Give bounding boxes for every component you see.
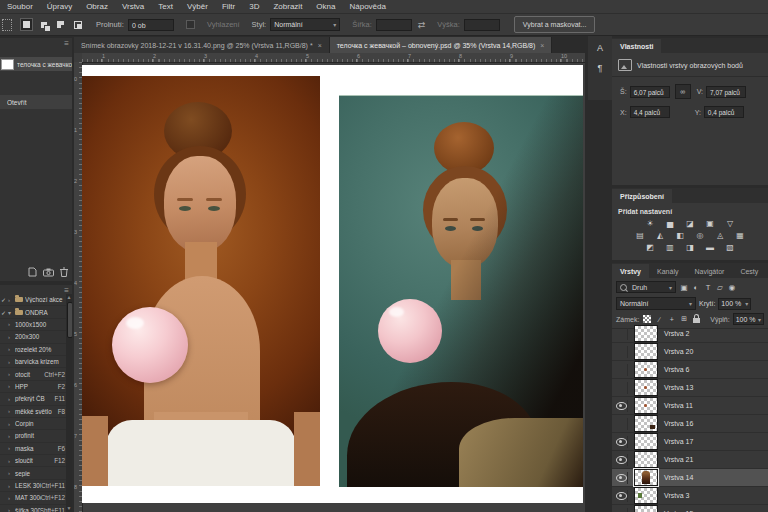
filter-shape-layers-icon[interactable]: ▱ <box>714 281 726 293</box>
layers-panel-tab[interactable]: Kanály <box>649 264 686 278</box>
x-field[interactable]: 4,4 palců <box>630 106 670 118</box>
caret-icon[interactable] <box>8 371 15 377</box>
height-input[interactable] <box>464 19 500 31</box>
action-row[interactable]: překrýt ČB F11 <box>0 393 66 405</box>
scroll-up-icon[interactable]: ▲ <box>66 294 72 301</box>
layers-panel-tab[interactable]: Navigátor <box>686 264 732 278</box>
add-to-selection-icon[interactable] <box>37 18 50 31</box>
layer-thumbnail[interactable] <box>634 469 658 486</box>
layer-row[interactable]: Vrstva 15 <box>612 505 768 512</box>
levels-icon[interactable]: ▅ <box>663 218 677 229</box>
layer-name[interactable]: Vrstva 3 <box>664 492 689 499</box>
document-tab[interactable]: телочка с жевачкой – obnovený.psd @ 35% … <box>330 37 553 53</box>
delete-trash-icon[interactable] <box>60 267 68 277</box>
width-input[interactable] <box>376 19 412 31</box>
caret-icon[interactable] <box>8 421 15 427</box>
caret-icon[interactable] <box>8 483 15 489</box>
action-row[interactable]: sloučit F12 <box>0 455 66 467</box>
gradient-map-icon[interactable]: ▬ <box>703 242 717 253</box>
caret-icon[interactable] <box>8 433 15 439</box>
visibility-toggle[interactable] <box>615 472 628 484</box>
layer-thumbnail[interactable] <box>634 505 658 512</box>
layer-thumbnail[interactable] <box>634 415 658 432</box>
y-field[interactable]: 0,4 palců <box>704 106 744 118</box>
new-snapshot-camera-icon[interactable] <box>43 268 54 277</box>
style-select[interactable]: Normální▾ <box>270 18 340 31</box>
action-row[interactable]: MAT 300dpi Ctrl+F12 <box>0 492 66 504</box>
action-check-icon[interactable] <box>1 296 8 303</box>
height-field[interactable]: 7,07 palců <box>706 86 746 98</box>
layer-row[interactable]: Vrstva 14 <box>612 469 768 487</box>
layers-panel-tab[interactable]: Cesty <box>732 264 766 278</box>
visibility-toggle[interactable] <box>615 418 628 430</box>
history-state-open[interactable]: Otevřít <box>0 95 72 109</box>
layer-kind-filter-select[interactable]: Druh ▾ <box>616 281 676 293</box>
canvas-area[interactable]: 12345678910 012345678 <box>74 53 585 512</box>
layer-row[interactable]: Vrstva 20 <box>612 343 768 361</box>
caret-icon[interactable] <box>8 495 15 501</box>
caret-icon[interactable] <box>8 408 15 414</box>
visibility-toggle[interactable] <box>615 436 628 448</box>
action-row[interactable]: rozelekt 20% <box>0 344 66 356</box>
menu-item[interactable]: Okna <box>309 2 342 11</box>
feather-input[interactable]: 0 ob <box>128 19 174 31</box>
visibility-toggle[interactable] <box>615 346 628 358</box>
caret-icon[interactable] <box>8 359 15 365</box>
layer-thumbnail[interactable] <box>634 397 658 414</box>
visibility-toggle[interactable] <box>615 400 628 412</box>
filter-pixel-layers-icon[interactable]: ▣ <box>678 281 690 293</box>
antialias-checkbox[interactable] <box>186 20 195 29</box>
visibility-toggle[interactable] <box>615 364 628 376</box>
action-row[interactable]: ONDRA <box>0 306 66 318</box>
close-icon[interactable]: × <box>540 42 544 49</box>
width-field[interactable]: 6,07 palců <box>630 86 670 98</box>
filter-smart-objects-icon[interactable]: ◉ <box>726 281 738 293</box>
layer-thumbnail[interactable] <box>634 433 658 450</box>
invert-icon[interactable]: ◩ <box>643 242 657 253</box>
actions-scrollbar[interactable]: ▲ ▼ <box>66 294 72 512</box>
layer-name[interactable]: Vrstva 21 <box>664 456 693 463</box>
action-row[interactable]: LESK 300dpi Ctrl+F11 <box>0 480 66 492</box>
layer-row[interactable]: Vrstva 21 <box>612 451 768 469</box>
menu-item[interactable]: Text <box>151 2 180 11</box>
visibility-toggle[interactable] <box>615 328 628 340</box>
link-dimensions-icon[interactable]: ∞ <box>675 84 691 99</box>
exposure-icon[interactable]: ▣ <box>703 218 717 229</box>
layer-row[interactable]: Vrstva 11 <box>612 397 768 415</box>
layer-row[interactable]: Vrstva 13 <box>612 379 768 397</box>
caret-icon[interactable] <box>8 445 15 451</box>
photo-filter-icon[interactable]: ◎ <box>693 230 707 241</box>
layer-row[interactable]: Vrstva 17 <box>612 433 768 451</box>
tab-properties[interactable]: Vlastnosti <box>612 39 661 53</box>
visibility-toggle[interactable] <box>615 382 628 394</box>
layer-name[interactable]: Vrstva 20 <box>664 348 693 355</box>
layer-thumbnail[interactable] <box>634 361 658 378</box>
color-lookup-icon[interactable]: ▦ <box>733 230 747 241</box>
action-row[interactable]: barvicka krizem <box>0 356 66 368</box>
action-row[interactable]: Výchozí akce <box>0 294 66 306</box>
subtract-from-selection-icon[interactable] <box>54 18 67 31</box>
visibility-toggle[interactable] <box>615 508 628 512</box>
action-row[interactable]: Corpin <box>0 418 66 430</box>
black-white-icon[interactable]: ◧ <box>673 230 687 241</box>
action-row[interactable]: profinit <box>0 430 66 442</box>
visibility-toggle[interactable] <box>615 454 628 466</box>
action-row[interactable]: 200x300 <box>0 331 66 343</box>
document-tab[interactable]: Snímek obrazovky 2018-12-21 v 16.31.40.p… <box>74 37 330 53</box>
layer-row[interactable]: Vrstva 6 <box>612 361 768 379</box>
caret-icon[interactable] <box>8 346 15 352</box>
action-row[interactable]: sepie <box>0 467 66 479</box>
document-canvas[interactable] <box>82 65 583 503</box>
new-document-from-state-icon[interactable] <box>28 267 37 277</box>
caret-icon[interactable] <box>8 396 15 402</box>
lock-image-pixels-icon[interactable]: ∕ <box>655 314 664 325</box>
layer-row[interactable]: Vrstva 2 <box>612 325 768 343</box>
close-icon[interactable]: × <box>318 42 322 49</box>
menu-item[interactable]: Výběr <box>180 2 215 11</box>
paragraph-panel-icon[interactable]: ¶ <box>591 60 609 76</box>
lock-position-icon[interactable]: + <box>667 314 676 325</box>
caret-icon[interactable] <box>8 297 15 303</box>
filter-type-layers-icon[interactable]: T <box>702 281 714 293</box>
action-row[interactable]: šířka 300dpi Shft+F11 <box>0 505 66 512</box>
new-selection-icon[interactable] <box>20 18 33 31</box>
